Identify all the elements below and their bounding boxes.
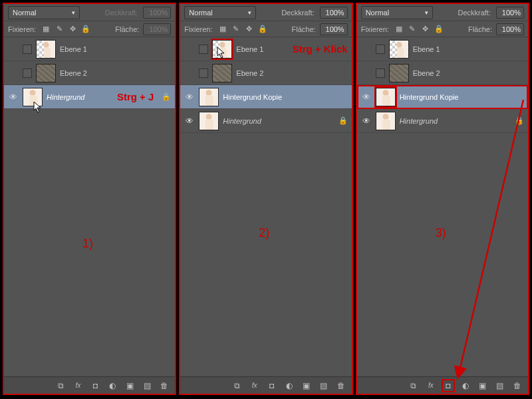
lock-icon: 🔒	[338, 116, 348, 125]
adjustment-layer-icon[interactable]: ◐	[460, 380, 471, 391]
layer-row-hintergrund[interactable]: 👁 Hintergrund 🔒	[180, 109, 351, 133]
lock-all-icon[interactable]: 🔒	[81, 25, 90, 34]
link-layers-icon[interactable]: ⧉	[232, 380, 243, 391]
layer-thumbnail[interactable]	[199, 88, 219, 106]
lock-icon: 🔒	[515, 116, 524, 125]
blend-opacity-row: Normal ▾ Deckkraft: 100%	[4, 4, 175, 21]
opacity-value[interactable]: 100%	[496, 7, 524, 19]
lock-move-icon[interactable]: ✥	[245, 25, 254, 34]
layer-thumbnail[interactable]	[389, 64, 409, 82]
visibility-toggle[interactable]: 👁	[184, 68, 195, 78]
layer-row-hintergrund[interactable]: 👁 Hintergrund 🔒	[357, 109, 528, 133]
layer-row-ebene1[interactable]: 👁 Ebene 1	[357, 37, 528, 61]
fx-icon[interactable]: fx	[72, 380, 83, 391]
lock-all-icon[interactable]: 🔒	[434, 25, 444, 34]
layer-row-ebene2[interactable]: 👁 Ebene 2	[357, 61, 528, 85]
layer-checkbox[interactable]	[199, 68, 208, 78]
layer-checkbox[interactable]	[376, 45, 385, 54]
blend-mode-dropdown[interactable]: Normal ▾	[8, 6, 80, 19]
layer-mask-icon[interactable]: ◘	[267, 380, 277, 391]
step-number: 2)	[259, 226, 269, 240]
panel-footer: ⧉ fx ◘ ◐ ▣ ▤ 🗑	[357, 376, 528, 394]
layer-row-ebene1[interactable]: 👁 Ebene 1	[4, 37, 175, 61]
fill-label: Fläche:	[468, 25, 492, 33]
lock-transparent-icon[interactable]: ▦	[41, 25, 51, 34]
layer-thumbnail[interactable]	[389, 40, 409, 59]
trash-icon[interactable]: 🗑	[159, 380, 170, 391]
fx-icon[interactable]: fx	[426, 380, 436, 391]
opacity-value[interactable]: 100%	[143, 7, 171, 19]
visibility-toggle[interactable]: 👁	[361, 92, 372, 102]
visibility-toggle[interactable]: 👁	[361, 45, 372, 54]
link-layers-icon[interactable]: ⧉	[408, 380, 419, 391]
fx-icon[interactable]: fx	[249, 380, 260, 391]
lock-all-icon[interactable]: 🔒	[258, 25, 267, 34]
new-layer-icon[interactable]: ▤	[495, 380, 505, 391]
fill-value[interactable]: 100%	[496, 23, 524, 35]
lock-move-icon[interactable]: ✥	[421, 25, 430, 34]
layer-row-hintergrund[interactable]: 👁 Hintergrund Strg + J 🔒	[4, 85, 175, 109]
new-layer-icon[interactable]: ▤	[142, 380, 152, 391]
layer-thumbnail[interactable]	[23, 88, 43, 106]
fill-value[interactable]: 100%	[143, 23, 171, 35]
chevron-down-icon: ▾	[425, 9, 428, 16]
trash-icon[interactable]: 🗑	[512, 380, 523, 391]
lock-brush-icon[interactable]: ✎	[408, 25, 417, 34]
trash-icon[interactable]: 🗑	[336, 380, 346, 391]
layer-row-ebene1[interactable]: 👁 Ebene 1 Strg + Klick	[180, 37, 351, 61]
visibility-toggle[interactable]: 👁	[8, 68, 19, 78]
lock-brush-icon[interactable]: ✎	[55, 25, 64, 34]
visibility-toggle[interactable]: 👁	[361, 68, 372, 78]
lock-transparent-icon[interactable]: ▦	[394, 25, 404, 34]
layers-panel-2: Normal ▾ Deckkraft: 100% Fixieren: ▦ ✎ ✥…	[179, 3, 352, 395]
annotation-shortcut: Strg + Klick	[293, 43, 348, 55]
group-icon[interactable]: ▣	[301, 380, 312, 391]
visibility-toggle[interactable]: 👁	[8, 92, 19, 102]
layer-thumbnail[interactable]	[36, 64, 56, 82]
opacity-value[interactable]: 100%	[320, 7, 348, 19]
layer-row-hintergrund-kopie[interactable]: 👁 Hintergrund Kopie	[357, 85, 528, 109]
chevron-down-icon: ▾	[248, 9, 251, 16]
lock-brush-icon[interactable]: ✎	[231, 25, 241, 34]
fill-value[interactable]: 100%	[320, 23, 348, 35]
layer-checkbox[interactable]	[23, 45, 32, 54]
lock-fill-row: Fixieren: ▦ ✎ ✥ 🔒 Fläche: 100%	[4, 21, 175, 37]
blend-mode-dropdown[interactable]: Normal ▾	[361, 6, 433, 19]
layer-checkbox[interactable]	[376, 68, 385, 78]
fill-label: Fläche:	[115, 25, 139, 33]
lock-transparent-icon[interactable]: ▦	[218, 25, 227, 34]
layers-panel-1: Normal ▾ Deckkraft: 100% Fixieren: ▦ ✎ ✥…	[3, 3, 176, 395]
visibility-toggle[interactable]: 👁	[184, 45, 195, 54]
visibility-toggle[interactable]: 👁	[184, 116, 195, 126]
layer-checkbox[interactable]	[23, 68, 32, 78]
group-icon[interactable]: ▣	[124, 380, 135, 391]
layer-name: Hintergrund	[400, 117, 511, 125]
adjustment-layer-icon[interactable]: ◐	[284, 380, 295, 391]
lock-move-icon[interactable]: ✥	[68, 25, 77, 34]
layer-mask-icon[interactable]: ◘	[443, 380, 454, 391]
lock-fill-row: Fixieren: ▦ ✎ ✥ 🔒 Fläche: 100%	[180, 21, 351, 37]
layer-thumbnail[interactable]	[212, 64, 232, 82]
new-layer-icon[interactable]: ▤	[319, 380, 329, 391]
visibility-toggle[interactable]: 👁	[8, 45, 19, 54]
visibility-toggle[interactable]: 👁	[361, 116, 372, 126]
blend-mode-dropdown[interactable]: Normal ▾	[184, 6, 256, 19]
group-icon[interactable]: ▣	[477, 380, 488, 391]
lock-label: Fixieren:	[361, 25, 389, 33]
layer-thumbnail[interactable]	[212, 40, 232, 59]
layer-row-ebene2[interactable]: 👁 Ebene 2	[4, 61, 175, 85]
layer-name: Ebene 1	[413, 45, 524, 53]
layer-thumbnail[interactable]	[36, 40, 56, 59]
visibility-toggle[interactable]: 👁	[184, 92, 195, 102]
adjustment-layer-icon[interactable]: ◐	[107, 380, 118, 391]
layer-mask-icon[interactable]: ◘	[90, 380, 100, 391]
layer-row-ebene2[interactable]: 👁 Ebene 2	[180, 61, 351, 85]
layer-row-hintergrund-kopie[interactable]: 👁 Hintergrund Kopie	[180, 85, 351, 109]
layers-panel-3: Normal ▾ Deckkraft: 100% Fixieren: ▦ ✎ ✥…	[356, 3, 529, 395]
layer-checkbox[interactable]	[199, 45, 208, 54]
layer-thumbnail[interactable]	[199, 112, 219, 130]
lock-fill-row: Fixieren: ▦ ✎ ✥ 🔒 Fläche: 100%	[357, 21, 528, 37]
layer-thumbnail[interactable]	[376, 112, 396, 130]
link-layers-icon[interactable]: ⧉	[55, 380, 66, 391]
layer-thumbnail[interactable]	[376, 88, 396, 106]
